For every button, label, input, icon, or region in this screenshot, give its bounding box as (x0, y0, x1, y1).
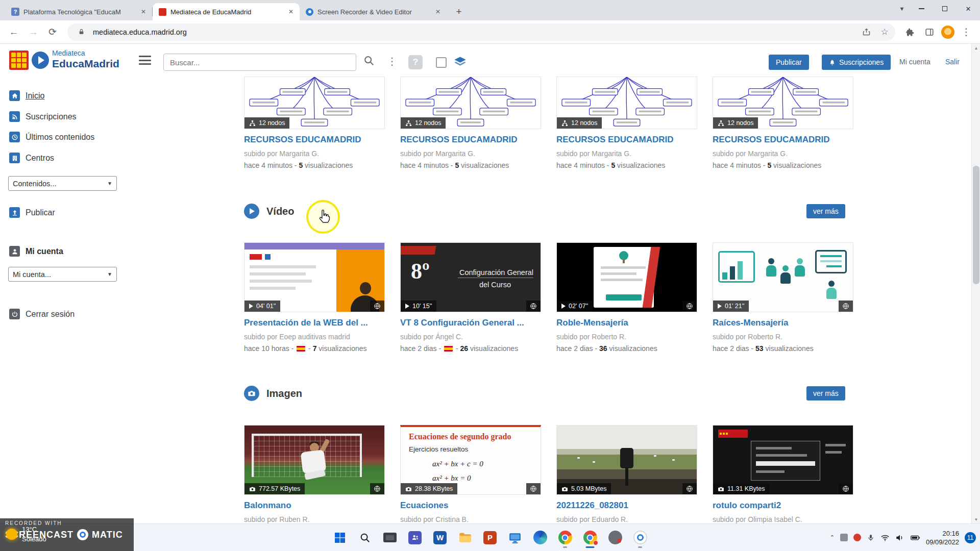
card-title[interactable]: VT 8 Configuración General ... (400, 318, 541, 328)
sidebar-item-centros[interactable]: Centros (9, 153, 54, 163)
card-title[interactable]: Raíces-Mensajería (713, 318, 853, 328)
menu-hamburger-icon[interactable] (139, 56, 151, 65)
sidebar-mi-cuenta-header[interactable]: Mi cuenta (9, 246, 63, 257)
mindmap-card[interactable]: 12 nodos RECURSOS EDUCAMADRID subido por… (556, 77, 697, 169)
tab-plataforma[interactable]: ? Plataforma Tecnológica "EducaM ✕ (5, 3, 152, 20)
start-button[interactable] (329, 527, 351, 548)
mindmap-thumbnail[interactable]: 12 nodos (400, 77, 541, 129)
mindmap-card[interactable]: 12 nodos RECURSOS EDUCAMADRID subido por… (713, 77, 853, 169)
battery-icon[interactable] (910, 533, 920, 543)
publicar-button[interactable]: Publicar (769, 55, 809, 70)
tray-app-icon-1[interactable] (840, 534, 848, 541)
address-bar[interactable]: mediateca.educa.madrid.org ☆ (67, 23, 895, 41)
file-explorer-icon[interactable] (454, 527, 476, 548)
taskbar-weather-widget[interactable]: 13°C Soleado (6, 525, 46, 543)
card-title[interactable]: RECURSOS EDUCAMADRID (244, 135, 385, 145)
card-title[interactable]: Balonmano (244, 500, 385, 511)
mindmap-thumbnail[interactable]: 12 nodos (713, 77, 853, 129)
notification-count-badge[interactable]: 11 (965, 532, 976, 543)
scroll-down-icon[interactable]: ▼ (972, 515, 980, 523)
tab-mediateca[interactable]: Mediateca de EducaMadrid ✕ (153, 3, 300, 20)
mi-cuenta-link[interactable]: Mi cuenta (899, 58, 930, 66)
search-input[interactable] (163, 54, 356, 71)
card-title[interactable]: RECURSOS EDUCAMADRID (556, 135, 697, 145)
card-title[interactable]: Presentación de la WEB del ... (244, 318, 385, 328)
chrome-profile-icon[interactable] (579, 527, 601, 548)
video-thumbnail[interactable]: 01' 21'' (713, 242, 853, 312)
tab-close-icon[interactable]: ✕ (433, 7, 443, 16)
card-title[interactable]: Ecuaciones (400, 500, 541, 511)
video-thumbnail[interactable]: 8º Configuración General del Curso 10' 1… (400, 242, 541, 312)
tab-screen-recorder[interactable]: Screen Recorder & Video Editor ✕ (300, 3, 447, 20)
mindmap-thumbnail[interactable]: 12 nodos (244, 77, 385, 129)
app-icon-misc[interactable] (604, 527, 626, 548)
scroll-up-icon[interactable]: ▲ (972, 44, 980, 52)
share-icon[interactable] (860, 26, 873, 39)
search-icon[interactable] (363, 55, 375, 66)
mi-cuenta-select[interactable]: Mi cuenta...▼ (8, 267, 117, 282)
levels-layers-icon[interactable] (453, 55, 467, 69)
card-title[interactable]: Roble-Mensajería (556, 318, 697, 328)
taskbar-search-icon[interactable] (354, 527, 376, 548)
imagen-ver-mas-button[interactable]: ver más (806, 386, 845, 400)
sidebar-item-cerrar-sesion[interactable]: Cerrar sesión (9, 309, 75, 319)
contenidos-select[interactable]: Contenidos...▼ (8, 176, 117, 191)
card-title[interactable]: RECURSOS EDUCAMADRID (713, 135, 853, 145)
sidebar-item-ultimos-contenidos[interactable]: Últimos contenidos (9, 132, 94, 142)
educamadrid-logo[interactable] (9, 51, 29, 70)
video-card[interactable]: 01' 21'' Raíces-Mensajería subido por Ro… (713, 242, 853, 353)
teams-icon[interactable] (404, 527, 426, 548)
chrome-icon[interactable] (554, 527, 576, 548)
screencast-o-matic-app-icon[interactable] (629, 527, 651, 548)
image-thumbnail[interactable]: 5.03 MBytes (556, 425, 697, 495)
profile-avatar[interactable] (941, 26, 954, 39)
image-card[interactable]: Ecuaciones de segundo grado Ejercicios r… (400, 425, 541, 523)
scrollbar-thumb[interactable] (973, 166, 979, 284)
tab-close-icon[interactable]: ✕ (286, 7, 296, 16)
video-card[interactable]: 04' 01'' Presentación de la WEB del ... … (244, 242, 385, 353)
video-card[interactable]: 02' 07'' Roble-Mensajería subido por Rob… (556, 242, 697, 353)
back-icon[interactable]: ← (5, 23, 22, 41)
video-ver-mas-button[interactable]: ver más (806, 204, 845, 218)
mindmap-card[interactable]: 12 nodos RECURSOS EDUCAMADRID subido por… (244, 77, 385, 169)
remote-desktop-icon[interactable] (504, 527, 526, 548)
mindmap-thumbnail[interactable]: 12 nodos (556, 77, 697, 129)
close-button[interactable]: ✕ (957, 0, 980, 17)
forward-icon[interactable]: → (24, 23, 42, 41)
tab-close-icon[interactable]: ✕ (139, 7, 148, 16)
image-card[interactable]: 5.03 MBytes 20211226_082801 subido por E… (556, 425, 697, 523)
reload-icon[interactable]: ⟳ (44, 23, 61, 41)
edge-icon[interactable] (529, 527, 551, 548)
page-scrollbar[interactable]: ▲ ▼ (971, 44, 980, 523)
taskbar-clock[interactable]: 20:16 09/09/2022 (926, 529, 959, 546)
image-card[interactable]: 772.57 KBytes Balonmano subido por Ruben… (244, 425, 385, 523)
card-title[interactable]: rotulo comparti2 (713, 500, 853, 511)
volume-icon[interactable] (895, 533, 904, 542)
filter-checkbox-icon[interactable] (436, 57, 447, 68)
snipping-tool-icon[interactable] (379, 527, 401, 548)
image-thumbnail[interactable]: 11.31 KBytes (713, 425, 853, 495)
sidebar-item-publicar[interactable]: Publicar (9, 207, 55, 218)
browser-menu-kebab-icon[interactable]: ⋮ (958, 23, 975, 41)
image-thumbnail[interactable]: Ecuaciones de segundo grado Ejercicios r… (400, 425, 541, 495)
salir-link[interactable]: Salir (945, 58, 960, 66)
sidebar-item-inicio[interactable]: Inicio (9, 90, 44, 101)
video-thumbnail[interactable]: 04' 01'' (244, 242, 385, 312)
card-title[interactable]: RECURSOS EDUCAMADRID (400, 135, 541, 145)
video-thumbnail[interactable]: 02' 07'' (556, 242, 697, 312)
bookmark-star-icon[interactable]: ☆ (878, 26, 891, 39)
mediateca-logo[interactable] (32, 52, 49, 69)
mindmap-card[interactable]: 12 nodos RECURSOS EDUCAMADRID subido por… (400, 77, 541, 169)
minimize-button[interactable] (910, 0, 933, 17)
word-icon[interactable]: W (429, 527, 451, 548)
lock-icon[interactable] (75, 26, 88, 39)
image-thumbnail[interactable]: 772.57 KBytes (244, 425, 385, 495)
tray-app-icon-2[interactable] (853, 534, 861, 541)
brand-text[interactable]: Mediateca EducaMadrid (52, 49, 119, 69)
card-title[interactable]: 20211226_082801 (556, 500, 697, 511)
search-options-kebab-icon[interactable]: ⋮ (387, 55, 397, 67)
side-panel-icon[interactable] (921, 23, 938, 41)
extensions-puzzle-icon[interactable] (901, 23, 919, 41)
maximize-button[interactable] (933, 0, 957, 17)
wifi-icon[interactable] (880, 533, 890, 542)
